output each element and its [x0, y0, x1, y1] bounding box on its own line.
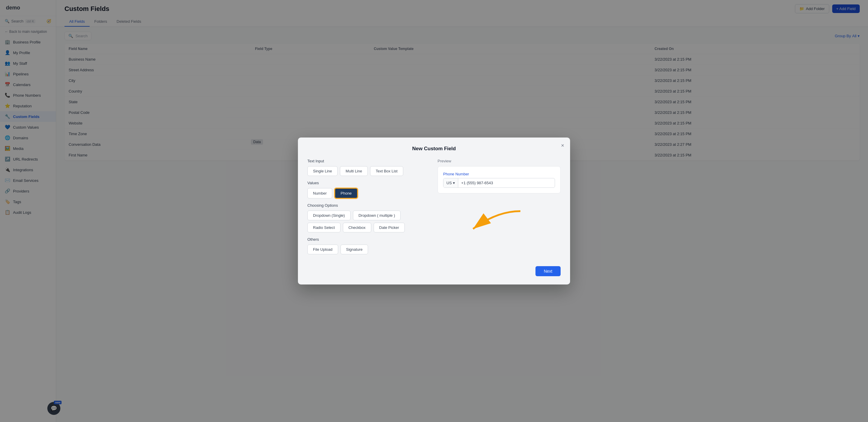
- others-buttons: File UploadSignature: [307, 245, 430, 254]
- next-button[interactable]: Next: [535, 266, 561, 276]
- values-buttons: NumberPhone: [307, 188, 430, 198]
- modal-footer: Next: [307, 266, 561, 276]
- preview-country-selector[interactable]: US ▾: [443, 178, 458, 188]
- text-input-label: Text Input: [307, 159, 430, 163]
- field-btn-single-line[interactable]: Single Line: [307, 166, 338, 176]
- field-btn-text-box-list[interactable]: Text Box List: [370, 166, 403, 176]
- arrow-annotation: [438, 205, 532, 241]
- country-code: US: [446, 181, 452, 185]
- modal-body: Text Input Single LineMulti LineText Box…: [307, 159, 561, 259]
- modal: New Custom Field × Text Input Single Lin…: [298, 137, 570, 285]
- field-btn-dropdown-multiple[interactable]: Dropdown ( multiple ): [353, 210, 401, 220]
- field-btn-phone[interactable]: Phone: [335, 188, 358, 198]
- modal-close-button[interactable]: ×: [561, 143, 564, 148]
- preview-label: Preview: [438, 159, 561, 163]
- field-btn-dropdown-single[interactable]: Dropdown (Single): [307, 210, 350, 220]
- choosing-options-label: Choosing Options: [307, 203, 430, 207]
- field-btn-date-picker[interactable]: Date Picker: [374, 223, 405, 232]
- field-type-panel: Text Input Single LineMulti LineText Box…: [307, 159, 430, 259]
- preview-panel: Preview Phone Number US ▾ +1 (555) 987-6…: [438, 159, 561, 259]
- field-btn-file-upload[interactable]: File Upload: [307, 245, 338, 254]
- field-btn-signature[interactable]: Signature: [341, 245, 368, 254]
- choosing-options-buttons: Dropdown (Single)Dropdown ( multiple )Ra…: [307, 210, 430, 232]
- text-input-buttons: Single LineMulti LineText Box List: [307, 166, 430, 176]
- modal-overlay[interactable]: New Custom Field × Text Input Single Lin…: [0, 0, 868, 422]
- field-btn-checkbox[interactable]: Checkbox: [343, 223, 371, 232]
- modal-title: New Custom Field: [307, 146, 561, 152]
- values-label: Values: [307, 181, 430, 185]
- field-btn-number[interactable]: Number: [307, 188, 332, 198]
- others-label: Others: [307, 237, 430, 241]
- preview-field-name: Phone Number: [443, 172, 555, 176]
- chevron-down-icon: ▾: [453, 181, 455, 185]
- field-btn-radio-select[interactable]: Radio Select: [307, 223, 341, 232]
- preview-phone-field: US ▾ +1 (555) 987-6543: [443, 178, 555, 188]
- preview-content: Phone Number US ▾ +1 (555) 987-6543: [438, 166, 561, 193]
- preview-phone-number: +1 (555) 987-6543: [458, 178, 555, 188]
- field-btn-multi-line[interactable]: Multi Line: [340, 166, 368, 176]
